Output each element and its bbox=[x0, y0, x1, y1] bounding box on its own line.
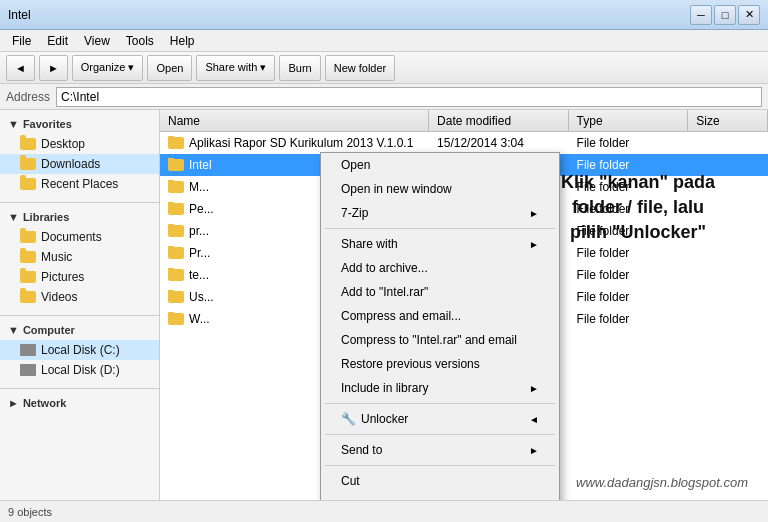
ctx-open[interactable]: Open bbox=[321, 153, 559, 177]
favorites-header: ▼ Favorites bbox=[0, 114, 159, 134]
back-button[interactable]: ◄ bbox=[6, 55, 35, 81]
address-bar: Address bbox=[0, 84, 768, 110]
folder-icon bbox=[168, 137, 184, 149]
sidebar-item-recent[interactable]: Recent Places bbox=[0, 174, 159, 194]
folder-icon bbox=[168, 181, 184, 193]
new-folder-button[interactable]: New folder bbox=[325, 55, 396, 81]
menu-tools[interactable]: Tools bbox=[118, 32, 162, 50]
network-section: ► Network bbox=[0, 393, 159, 413]
col-header-type[interactable]: Type bbox=[569, 110, 689, 131]
ctx-send-to[interactable]: Send to► bbox=[321, 438, 559, 462]
sidebar-item-documents[interactable]: Documents bbox=[0, 227, 159, 247]
toolbar: ◄ ► Organize ▾ Open Share with ▾ Burn Ne… bbox=[0, 52, 768, 84]
sidebar-item-desktop[interactable]: Desktop bbox=[0, 134, 159, 154]
menu-edit[interactable]: Edit bbox=[39, 32, 76, 50]
drive-icon bbox=[20, 344, 36, 356]
ctx-open-new-window[interactable]: Open in new window bbox=[321, 177, 559, 201]
sidebar-item-videos[interactable]: Videos bbox=[0, 287, 159, 307]
ctx-compress-email[interactable]: Compress and email... bbox=[321, 304, 559, 328]
open-button[interactable]: Open bbox=[147, 55, 192, 81]
folder-icon bbox=[20, 138, 36, 150]
website-url: www.dadangjsn.blogspot.com bbox=[576, 475, 748, 490]
table-row[interactable]: Aplikasi Rapor SD Kurikulum 2013 V.1.0.1… bbox=[160, 132, 768, 154]
ctx-include-library[interactable]: Include in library► bbox=[321, 376, 559, 400]
folder-icon bbox=[20, 271, 36, 283]
folder-icon bbox=[168, 313, 184, 325]
submenu-arrow: ► bbox=[529, 239, 539, 250]
ctx-add-intel-rar[interactable]: Add to "Intel.rar" bbox=[321, 280, 559, 304]
favorites-section: ▼ Favorites Desktop Downloads Recent Pla… bbox=[0, 114, 159, 194]
sidebar: ▼ Favorites Desktop Downloads Recent Pla… bbox=[0, 110, 160, 500]
title-bar: Intel ─ □ ✕ bbox=[0, 0, 768, 30]
folder-icon bbox=[168, 159, 184, 171]
unlocker-arrow: ◄ bbox=[529, 414, 539, 425]
organize-button[interactable]: Organize ▾ bbox=[72, 55, 144, 81]
file-type: File folder bbox=[569, 290, 689, 304]
file-date: 15/12/2014 3:04 bbox=[429, 136, 569, 150]
sidebar-item-pictures[interactable]: Pictures bbox=[0, 267, 159, 287]
menu-help[interactable]: Help bbox=[162, 32, 203, 50]
ctx-compress-intel-email[interactable]: Compress to "Intel.rar" and email bbox=[321, 328, 559, 352]
maximize-button[interactable]: □ bbox=[714, 5, 736, 25]
col-header-name[interactable]: Name bbox=[160, 110, 429, 131]
ctx-separator bbox=[325, 228, 555, 229]
ctx-add-archive[interactable]: Add to archive... bbox=[321, 256, 559, 280]
submenu-arrow: ► bbox=[529, 445, 539, 456]
folder-icon bbox=[20, 231, 36, 243]
ctx-separator bbox=[325, 465, 555, 466]
address-input[interactable] bbox=[56, 87, 762, 107]
file-type: File folder bbox=[569, 136, 689, 150]
folder-icon bbox=[168, 291, 184, 303]
submenu-arrow: ► bbox=[529, 383, 539, 394]
col-header-size[interactable]: Size bbox=[688, 110, 768, 131]
folder-icon bbox=[20, 158, 36, 170]
unlocker-label: Unlocker bbox=[361, 412, 408, 426]
unlocker-container: 🔧 Unlocker bbox=[341, 412, 408, 426]
folder-icon bbox=[20, 178, 36, 190]
title-bar-controls: ─ □ ✕ bbox=[690, 5, 760, 25]
col-header-date[interactable]: Date modified bbox=[429, 110, 569, 131]
ctx-separator bbox=[325, 434, 555, 435]
file-type: File folder bbox=[569, 268, 689, 282]
annotation-text: Klik "kanan" padafolder / file, lalupili… bbox=[528, 170, 748, 246]
status-bar: 9 objects bbox=[0, 500, 768, 522]
menu-bar: File Edit View Tools Help bbox=[0, 30, 768, 52]
libraries-header: ▼ Libraries bbox=[0, 207, 159, 227]
file-type: File folder bbox=[569, 246, 689, 260]
menu-file[interactable]: File bbox=[4, 32, 39, 50]
burn-button[interactable]: Burn bbox=[279, 55, 320, 81]
computer-header: ▼ Computer bbox=[0, 320, 159, 340]
sidebar-item-downloads[interactable]: Downloads bbox=[0, 154, 159, 174]
close-button[interactable]: ✕ bbox=[738, 5, 760, 25]
libraries-section: ▼ Libraries Documents Music Pictures Vid… bbox=[0, 207, 159, 307]
ctx-share-with[interactable]: Share with► bbox=[321, 232, 559, 256]
title-bar-text: Intel bbox=[8, 8, 31, 22]
column-headers: Name Date modified Type Size bbox=[160, 110, 768, 132]
ctx-copy[interactable]: Copy bbox=[321, 493, 559, 500]
minimize-button[interactable]: ─ bbox=[690, 5, 712, 25]
ctx-restore-versions[interactable]: Restore previous versions bbox=[321, 352, 559, 376]
status-text: 9 objects bbox=[8, 506, 52, 518]
folder-icon bbox=[168, 269, 184, 281]
sidebar-item-local-c[interactable]: Local Disk (C:) bbox=[0, 340, 159, 360]
folder-icon bbox=[20, 291, 36, 303]
ctx-unlocker[interactable]: 🔧 Unlocker ◄ bbox=[321, 407, 559, 431]
context-menu: Open Open in new window 7-Zip► Share wit… bbox=[320, 152, 560, 500]
sidebar-item-music[interactable]: Music bbox=[0, 247, 159, 267]
sidebar-item-local-d[interactable]: Local Disk (D:) bbox=[0, 360, 159, 380]
folder-icon bbox=[168, 247, 184, 259]
drive-icon bbox=[20, 364, 36, 376]
share-button[interactable]: Share with ▾ bbox=[196, 55, 275, 81]
file-name: Aplikasi Rapor SD Kurikulum 2013 V.1.0.1 bbox=[160, 136, 429, 150]
ctx-7zip[interactable]: 7-Zip► bbox=[321, 201, 559, 225]
file-area: Name Date modified Type Size Aplikasi Ra… bbox=[160, 110, 768, 500]
folder-icon bbox=[168, 225, 184, 237]
file-type: File folder bbox=[569, 312, 689, 326]
ctx-cut[interactable]: Cut bbox=[321, 469, 559, 493]
folder-icon bbox=[20, 251, 36, 263]
network-header: ► Network bbox=[0, 393, 159, 413]
forward-button[interactable]: ► bbox=[39, 55, 68, 81]
ctx-separator bbox=[325, 403, 555, 404]
menu-view[interactable]: View bbox=[76, 32, 118, 50]
main-layout: ▼ Favorites Desktop Downloads Recent Pla… bbox=[0, 110, 768, 500]
